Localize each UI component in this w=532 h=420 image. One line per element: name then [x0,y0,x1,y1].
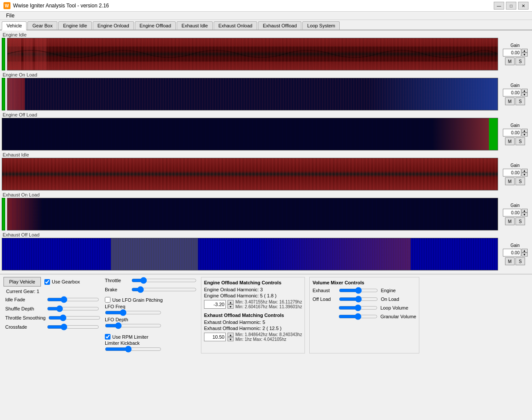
exhaust-idle-gain-down[interactable]: ▼ [522,173,528,177]
engine-idle-gain-input[interactable] [503,49,521,57]
engine-idle-gain-up[interactable]: ▲ [522,49,528,53]
engine-offload-panel-title: Engine Offload Matching Controls [204,280,302,285]
exhaust-onload-gain-input[interactable] [503,209,521,217]
engine-offload-gain-spinner: ▲ ▼ [522,129,528,137]
window-title: Wwise Igniter Analysis Tool - version 2.… [13,3,494,9]
exhaust-engine-slider[interactable] [339,287,378,294]
engine-offload-gain-up[interactable]: ▲ [522,129,528,133]
tab-exhaust-onload[interactable]: Exhaust Onload [214,21,257,30]
engine-idle-waveform [7,38,498,70]
loop-volume-slider[interactable] [338,304,378,311]
lfo-freq-group: LFO Freq [105,304,197,317]
lfo-freq-slider[interactable] [105,309,161,316]
limiter-kickback-slider[interactable] [105,346,161,353]
volume-mixer-title: Volume Mixer Controls [312,280,416,285]
middle-controls: Throttle Brake Use LFO Grain Pitching LF… [105,277,197,353]
loop-volume-row: Loop Volume [312,304,416,311]
use-gearbox-checkbox[interactable] [44,279,50,285]
exhaust-offload-gain-input[interactable] [503,249,521,257]
exhaust-offload-value-down[interactable]: ▼ [228,337,234,341]
engine-offload-hz-info: Min: 3.407155hz Max: 16.11279hz Min: 2.6… [235,300,302,309]
tab-exhaust-offload[interactable]: Exhaust Offload [258,21,301,30]
throttle-slider[interactable] [131,277,197,284]
engine-offload-gain-down[interactable]: ▼ [522,133,528,137]
engine-offload-value-input[interactable] [204,300,226,309]
use-gearbox-label: Use Gearbox [52,279,80,284]
brake-slider[interactable] [131,286,197,293]
maximize-button[interactable]: □ [506,2,516,10]
play-vehicle-button[interactable]: Play Vehicle [3,277,41,287]
tab-vehicle[interactable]: Vehicle [2,21,27,30]
loop-volume-label: Loop Volume [380,305,408,310]
file-menu[interactable]: File [3,12,17,20]
idle-fade-label: Idle Fade [5,297,44,302]
exhaust-offload-m-button[interactable]: M [505,257,515,265]
lfo-depth-slider[interactable] [105,322,161,329]
engine-idle-gain-down[interactable]: ▼ [522,53,528,57]
use-rpm-limiter-checkbox[interactable] [105,334,110,340]
exhaust-idle-gain-control: Gain ▲ ▼ M S [500,163,530,185]
exhaust-onload-m-button[interactable]: M [505,217,515,225]
exhaust-offload-gain-down[interactable]: ▼ [522,253,528,257]
exhaust-idle-gain-input[interactable] [503,169,521,177]
exhaust-onload-gain-up[interactable]: ▲ [522,209,528,213]
engine-offload-value-up[interactable]: ▲ [228,300,234,304]
minimize-button[interactable]: — [494,2,504,10]
crossfade-slider[interactable] [47,323,99,330]
engine-idle-s-button[interactable]: S [515,57,525,65]
throttle-smoothing-slider[interactable] [48,314,100,321]
tab-engine-offload[interactable]: Engine Offload [135,21,176,30]
lfo-depth-label: LFO Depth [105,317,197,322]
tab-gearbox[interactable]: Gear Box [27,21,57,30]
engine-onload-gain-up[interactable]: ▲ [522,89,528,93]
use-lfo-checkbox[interactable] [105,297,110,303]
throttle-smoothing-row: Throttle Smoothing [5,314,100,321]
exhaust-offload-min3: Min: 1.848642hz Max: 8.240343hz [235,332,302,337]
shuffle-depth-slider[interactable] [47,305,99,312]
idle-fade-slider[interactable] [47,296,99,303]
exhaust-vm-label: Exhaust [312,288,336,293]
exhaust-offload-value-up[interactable]: ▲ [228,333,234,337]
exhaust-offload-subpanel: Exhaust Offload Matching Controls Exhaus… [204,313,302,342]
engine-idle-m-button[interactable]: M [505,57,515,65]
exhaust-onload-label: Exhaust On Load [2,192,530,197]
engine-idle-section: Engine Idle [2,32,530,70]
offload-onload-slider[interactable] [339,296,378,303]
engine-onload-m-button[interactable]: M [505,97,515,105]
tab-loop-system[interactable]: Loop System [302,21,340,30]
exhaust-idle-s-button[interactable]: S [515,177,525,185]
granular-volume-slider[interactable] [338,313,378,320]
engine-offload-m-button[interactable]: M [505,137,515,145]
engine-idle-ms-row: M S [505,57,525,65]
exhaust-offload-s-button[interactable]: S [515,257,525,265]
engine-onload-section: Engine On Load Gain ▲ ▼ M [2,72,530,110]
exhaust-onload-gain-down[interactable]: ▼ [522,213,528,217]
engine-offload-s-button[interactable]: S [515,137,525,145]
engine-onload-gain-input[interactable] [503,89,521,97]
engine-offload-gain-input[interactable] [503,129,521,137]
tab-exhaust-idle[interactable]: Exhaust Idle [177,21,213,30]
app-icon: W [3,2,10,9]
exhaust-offload-gain-up[interactable]: ▲ [522,249,528,253]
engine-onload-gain-input-row: ▲ ▼ [503,89,528,97]
engine-idle-label: Engine Idle [2,32,530,37]
exhaust-onload-ms-row: M S [505,217,525,225]
exhaust-idle-gain-up[interactable]: ▲ [522,169,528,173]
tab-engine-onload[interactable]: Engine Onload [93,21,134,30]
close-button[interactable]: ✕ [518,2,529,10]
offload-vm-label: Off Load [312,297,336,302]
exhaust-onload-harmonic: Exhaust Onload Harmonic: 5 [204,320,302,325]
exhaust-onload-s-button[interactable]: S [515,217,525,225]
exhaust-offload-value-input[interactable] [204,333,226,341]
engine-onload-s-button[interactable]: S [515,97,525,105]
exhaust-onload-gain-input-row: ▲ ▼ [503,209,528,217]
brake-label: Brake [105,287,129,292]
exhaust-offload-section: Exhaust Off Load Gain ▲ ▼ M S [2,232,530,270]
tab-engine-idle[interactable]: Engine Idle [58,21,92,30]
exhaust-onload-gain-control: Gain ▲ ▼ M S [500,203,530,225]
exhaust-idle-gain-input-row: ▲ ▼ [503,169,528,177]
exhaust-idle-m-button[interactable]: M [505,177,515,185]
engine-offload-input-row: ▲ ▼ Min: 3.407155hz Max: 16.11279hz Min:… [204,300,302,309]
engine-onload-gain-down[interactable]: ▼ [522,93,528,97]
engine-offload-value-down[interactable]: ▼ [228,304,234,309]
